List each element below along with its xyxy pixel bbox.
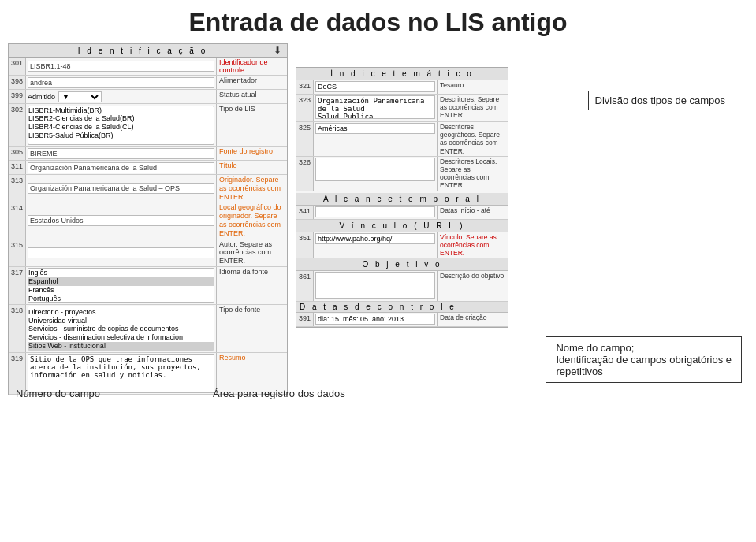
field-input-305[interactable] — [28, 148, 214, 159]
index-annotation-341: Datas início - até — [437, 206, 508, 219]
area-registro-text: Área para registro dos dados — [213, 388, 345, 399]
index-annotation-325: Descritores geográficos. Separe as ocorr… — [437, 122, 508, 156]
index-input-325[interactable] — [315, 123, 435, 134]
index-num-341: 341 — [296, 206, 314, 219]
admitido-label: Admitido — [28, 93, 55, 101]
vinculo-header: V í n c u l o ( U R L ) — [296, 220, 508, 232]
download-icon[interactable]: ⬇ — [274, 45, 284, 56]
field-multiselect-318[interactable]: Directorio - institucional Directorio - … — [28, 306, 214, 351]
index-content-351 — [314, 232, 437, 258]
field-input-313[interactable] — [28, 183, 214, 194]
index-row-326: 326 Descritores Locais. Separe as ocorrê… — [296, 157, 508, 191]
index-num-326: 326 — [296, 157, 314, 191]
index-input-321[interactable] — [315, 81, 435, 92]
field-input-398[interactable] — [28, 77, 214, 88]
index-annotation-391: Data de criação — [437, 313, 508, 326]
index-content-321 — [314, 80, 437, 94]
index-annotation-323: Descritores. Separe as ocorrências com E… — [437, 95, 508, 121]
nome-campo-label-box: Nome do campo; Identificação de campos o… — [546, 336, 742, 383]
index-textarea-326[interactable] — [315, 158, 435, 181]
index-row-391: 391 Data de criação — [296, 313, 508, 327]
field-input-301[interactable] — [28, 61, 214, 72]
form-row-302: 302 LISBR1-Multimidia(BR) LISBR2-Ciencia… — [9, 104, 287, 147]
nome-campo-line2: Identificação de campos obrigatórios e — [556, 354, 732, 366]
field-num-302: 302 — [9, 104, 26, 146]
index-content-341 — [314, 206, 437, 219]
bottom-annotations-area: Número do campo Área para registro dos d… — [0, 399, 756, 406]
field-num-398: 398 — [9, 76, 26, 89]
field-content-317: Inglês Espanhol Francês Português — [26, 267, 216, 304]
field-content-314 — [26, 202, 216, 238]
alcance-temporal-header: A l c a n c e t e m p o r a l — [296, 193, 508, 206]
form-row-399: 399 Admitido ▼ Status atual — [9, 90, 287, 104]
index-num-325: 325 — [296, 122, 314, 156]
index-annotation-351: Vínculo. Separe as ocorrências com ENTER… — [437, 232, 508, 258]
index-input-351[interactable] — [315, 233, 435, 244]
field-num-305: 305 — [9, 147, 26, 160]
index-annotation-326: Descritores Locais. Separe as ocorrência… — [437, 157, 508, 191]
index-textarea-361[interactable] — [315, 272, 435, 299]
index-panel: Í n d i c e t e m á t i c o 321 Tesauro … — [296, 67, 508, 328]
admitido-select[interactable]: ▼ — [58, 91, 102, 102]
index-content-326 — [314, 157, 437, 191]
index-tematico-header: Í n d i c e t e m á t i c o — [296, 68, 508, 80]
area-registro-label: Área para registro dos dados — [213, 386, 345, 400]
field-num-318: 318 — [9, 305, 26, 352]
lis-form-panel: I d e n t i f i c a ç ã o ⬇ 301 Identifi… — [8, 43, 288, 395]
field-annotation-318: Tipo de fonte — [216, 305, 287, 352]
index-input-391[interactable] — [315, 314, 435, 325]
field-input-315[interactable] — [28, 247, 214, 258]
field-content-305 — [26, 147, 216, 160]
form-row-305: 305 Fonte do registro — [9, 147, 287, 161]
field-content-315 — [26, 239, 216, 266]
form-row-313: 313 Originador. Separe as ocorrências co… — [9, 175, 287, 202]
form-header-text: I d e n t i f i c a ç ã o — [12, 46, 274, 55]
index-textarea-323[interactable]: Organización Panamericana de la Salud Sa… — [315, 95, 435, 119]
field-annotation-311: Título — [216, 161, 287, 174]
field-num-311: 311 — [9, 161, 26, 174]
field-annotation-399: Status atual — [216, 90, 287, 103]
field-annotation-317: Idioma da fonte — [216, 267, 287, 304]
field-content-398 — [26, 76, 216, 89]
field-multiselect-317[interactable]: Inglês Espanhol Francês Português — [28, 268, 214, 303]
index-row-361: 361 Descrição do objetivo — [296, 271, 508, 302]
form-header: I d e n t i f i c a ç ã o ⬇ — [9, 44, 287, 58]
field-annotation-314: Local geográfico do originador. Separe a… — [216, 202, 287, 238]
page-title: Entrada de dados no LIS antigo — [0, 0, 756, 43]
index-row-341: 341 Datas início - até — [296, 206, 508, 220]
field-content-301 — [26, 58, 216, 75]
index-input-341[interactable] — [315, 206, 435, 217]
field-annotation-313: Originador. Separe as ocorrências com EN… — [216, 175, 287, 202]
index-row-325: 325 Descritores geográficos. Separe as o… — [296, 122, 508, 157]
field-num-399: 399 — [9, 90, 26, 103]
index-annotation-321: Tesauro — [437, 80, 508, 94]
field-content-311 — [26, 161, 216, 174]
index-num-351: 351 — [296, 232, 314, 258]
form-row-317: 317 Inglês Espanhol Francês Português Id… — [9, 267, 287, 305]
field-annotation-302: Tipo de LIS — [216, 104, 287, 146]
index-annotation-361: Descrição do objetivo — [437, 271, 508, 301]
index-content-391 — [314, 313, 437, 326]
form-row-318: 318 Directorio - institucional Directori… — [9, 305, 287, 353]
index-content-323: Organización Panamericana de la Salud Sa… — [314, 95, 437, 121]
field-input-314[interactable] — [28, 215, 214, 226]
form-row-314: 314 Local geográfico do originador. Sepa… — [9, 202, 287, 239]
form-row-301: 301 Identificador de controle — [9, 58, 287, 76]
field-multiselect-302[interactable]: LISBR1-Multimidia(BR) LISBR2-Ciencias de… — [28, 106, 214, 145]
divisao-tipos-text: Divisão dos tipos de campos — [595, 95, 725, 106]
nome-campo-line3: repetitivos — [556, 366, 732, 377]
form-row-398: 398 Alimentador — [9, 76, 287, 90]
index-num-391: 391 — [296, 313, 314, 326]
numero-campo-text: Número do campo — [16, 388, 100, 399]
field-input-311[interactable] — [28, 162, 214, 173]
field-num-317: 317 — [9, 267, 26, 304]
field-annotation-315: Autor. Separe as ocorrências com ENTER. — [216, 239, 287, 266]
index-content-325 — [314, 122, 437, 156]
field-content-399: Admitido ▼ — [26, 90, 216, 103]
divisao-tipos-label: Divisão dos tipos de campos — [588, 91, 732, 110]
field-num-301: 301 — [9, 58, 26, 75]
datas-controle-header: D a t a s d e c o n t r o l e — [296, 302, 508, 313]
field-num-315: 315 — [9, 239, 26, 266]
index-num-323: 323 — [296, 95, 314, 121]
field-annotation-305: Fonte do registro — [216, 147, 287, 160]
